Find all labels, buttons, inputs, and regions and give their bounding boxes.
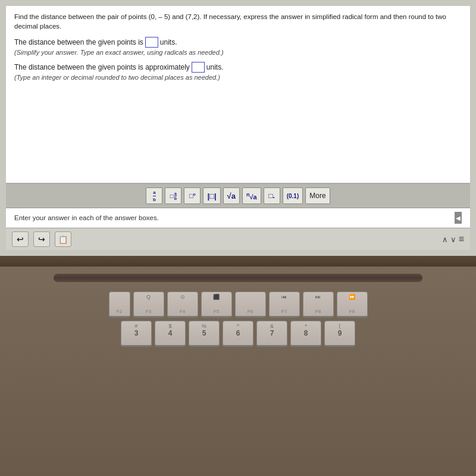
key-f2[interactable]: F2 [109,292,130,318]
f3-label: F3 [146,309,151,314]
f9-label: F9 [349,309,355,314]
key-3[interactable]: # 3 [121,321,152,347]
decimal-icon: □. [268,192,275,200]
scroll-arrow[interactable]: ◀ [455,212,462,224]
line1-after-text: units. [160,38,177,46]
key-6-main: 6 [236,329,240,337]
fraction-icon: a b [153,190,156,202]
mixed-number-button[interactable]: □ ab [165,187,181,204]
chevron-right[interactable]: ≡ [459,234,464,245]
degree-icon: □° [189,192,196,199]
undo-icon: ↩ [17,234,24,244]
key-5-main: 5 [202,329,206,337]
key-8-main: 8 [304,329,308,337]
mixed-number-icon: □ ab [170,192,177,201]
key-f9[interactable]: ⏩ F9 [337,292,368,318]
nth-root-button[interactable]: n√a [242,187,261,204]
line1-before-text: The distance between the given points is [14,38,143,46]
key-9-top: ( [339,323,341,329]
key-5-top: % [202,323,206,329]
f8-top: ⏭ [315,294,321,300]
f8-label: F8 [315,309,321,314]
degree-button[interactable]: □° [184,187,201,204]
key-4-top: $ [168,323,171,329]
absolute-icon: |□| [207,192,216,201]
key-9-main: 9 [338,329,342,337]
math-toolbar: a b □ ab □° |□| √a n√a [6,183,470,208]
sqrt-button[interactable]: √a [223,187,240,204]
status-bar: Enter your answer in each of the answer … [6,208,470,228]
function-key-row: F2 Q F3 ⊙ F4 ⬛ F5 F6 ⏮ F7 ⏭ [6,292,470,318]
number-key-row: # 3 $ 4 % 5 ^ 6 & 7 * 8 [6,321,470,347]
touchpad-bar [54,274,422,282]
laptop-body: F2 Q F3 ⊙ F4 ⬛ F5 F6 ⏮ F7 ⏭ [0,267,476,476]
undo-button[interactable]: ↩ [12,231,29,247]
key-3-main: 3 [134,329,139,337]
key-6-top: ^ [237,323,239,329]
key-f5[interactable]: ⬛ F5 [201,292,232,318]
nth-root-icon: n√a [246,192,257,201]
absolute-button[interactable]: |□| [203,187,220,204]
key-8-top: * [305,323,307,329]
key-f3[interactable]: Q F3 [133,292,164,318]
answer-box-2[interactable] [192,62,205,73]
decimal-button[interactable]: □. [264,187,280,204]
f5-label: F5 [214,309,219,314]
hint-text-2: (Type an integer or decimal rounded to t… [14,74,462,81]
laptop-screen: Find the distance between the pair of po… [0,0,476,256]
key-6[interactable]: ^ 6 [223,321,253,347]
chevron-down[interactable]: ∨ [450,235,456,244]
status-message: Enter your answer in each of the answer … [14,214,159,221]
key-f6[interactable]: F6 [235,292,266,318]
key-9[interactable]: ( 9 [324,321,355,347]
fraction-button[interactable]: a b [146,187,162,204]
f9-top: ⏩ [349,294,355,300]
key-4[interactable]: $ 4 [155,321,186,347]
key-8[interactable]: * 8 [290,321,321,347]
laptop-hinge [0,256,476,267]
clipboard-icon: 📋 [58,235,68,244]
hint-text-1: (Simplify your answer. Type an exact ans… [14,49,462,56]
f5-top: ⬛ [213,294,220,300]
answer-line-2: The distance between the given points is… [14,62,462,73]
clipboard-button[interactable]: 📋 [55,231,71,247]
f4-label: F4 [180,309,185,314]
key-f8[interactable]: ⏭ F8 [303,292,334,318]
f2-label: F2 [117,309,122,314]
keyboard: F2 Q F3 ⊙ F4 ⬛ F5 F6 ⏮ F7 ⏭ [6,292,470,350]
line2-before-text: The distance between the given points is… [14,63,190,71]
redo-icon: ↪ [38,234,45,244]
f4-top: ⊙ [180,294,185,300]
key-7-top: & [270,323,274,329]
f6-label: F6 [248,309,253,314]
chevron-up[interactable]: ∧ [442,235,448,244]
chevron-group: ∧ ∨ ≡ [442,234,464,245]
more-button[interactable]: More [305,187,330,204]
answer-box-1[interactable] [145,37,158,48]
key-5[interactable]: % 5 [189,321,220,347]
sqrt-icon: √a [227,192,236,201]
question-text: Find the distance between the pair of po… [14,12,462,31]
key-3-top: # [134,323,137,329]
question-area: Find the distance between the pair of po… [6,6,470,183]
f3-top: Q [146,294,151,300]
bottom-toolbar: ↩ ↪ 📋 ∧ ∨ ≡ [6,228,470,250]
f7-label: F7 [281,309,287,314]
answer-line-1: The distance between the given points is… [14,37,462,48]
approx-icon: (0.1) [287,193,299,199]
f7-top: ⏮ [281,294,287,300]
approx-button[interactable]: (0.1) [283,187,303,204]
screen-content: Find the distance between the pair of po… [6,6,470,250]
more-label: More [309,192,325,200]
line2-after-text: units. [206,63,224,71]
key-7-main: 7 [270,329,274,337]
key-f7[interactable]: ⏮ F7 [269,292,300,318]
key-f4[interactable]: ⊙ F4 [167,292,198,318]
redo-button[interactable]: ↪ [33,231,50,247]
key-4-main: 4 [168,329,173,337]
key-7[interactable]: & 7 [256,321,287,347]
